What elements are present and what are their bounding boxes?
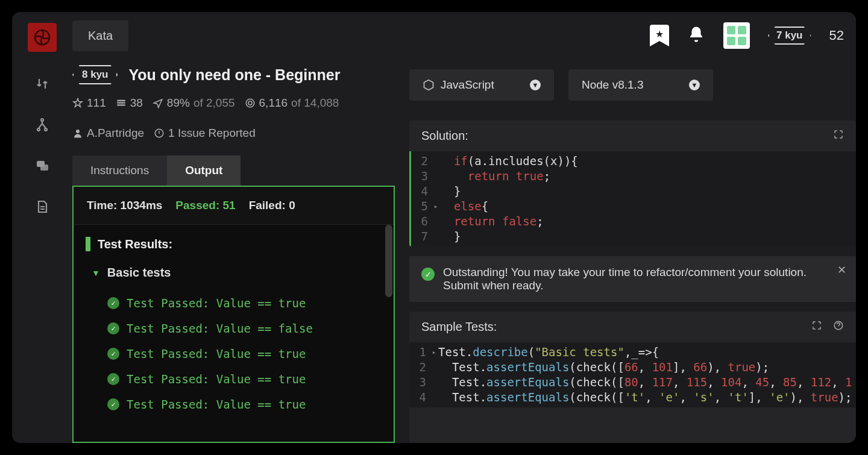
tab-instructions[interactable]: Instructions (72, 155, 167, 186)
chat-icon[interactable] (33, 157, 51, 175)
passed-stat: Passed: 51 (175, 199, 235, 212)
topbar: Kata ★ 7 kyu 52 (72, 12, 856, 59)
test-group-toggle[interactable]: Basic tests (86, 266, 382, 280)
runtime-select[interactable]: Node v8.1.3 ▼ (568, 69, 713, 101)
honor-points: 52 (829, 28, 844, 43)
test-result-line: ✓Test Passed: Value == true (86, 392, 382, 417)
expand-icon[interactable] (833, 129, 844, 143)
language-select[interactable]: JavaScript ▼ (409, 69, 554, 101)
svg-point-10 (248, 101, 252, 105)
test-result-line: ✓Test Passed: Value == false (86, 316, 382, 341)
svg-rect-6 (117, 100, 125, 101)
success-notice: ✓ Outstanding! You may take your time to… (409, 256, 856, 302)
expand-icon[interactable] (811, 320, 822, 334)
check-icon: ✓ (107, 348, 119, 360)
code-line: 5▸ else{ (411, 199, 856, 214)
compare-icon[interactable] (33, 75, 51, 93)
sidebar (12, 12, 72, 443)
document-icon[interactable] (33, 198, 51, 216)
time-stat: Time: 1034ms (87, 199, 162, 212)
check-icon: ✓ (107, 322, 119, 334)
author-link[interactable]: A.Partridge (72, 123, 144, 143)
issues-link[interactable]: 1 Issue Reported (154, 123, 256, 143)
kata-rank-badge: 8 kyu (72, 65, 118, 84)
bookmark-icon[interactable]: ★ (650, 25, 669, 46)
test-results-header: Test Results: (86, 237, 382, 251)
test-result-line: ✓Test Passed: Value == true (86, 366, 382, 392)
svg-point-11 (76, 130, 80, 133)
sample-editor[interactable]: 1▸Test.describe("Basic tests",_=>{2 Test… (409, 342, 856, 407)
section-label[interactable]: Kata (72, 20, 128, 51)
code-line: 6 return false; (411, 214, 856, 229)
check-icon: ✓ (107, 373, 119, 385)
kata-title: You only need one - Beginner (128, 66, 340, 84)
test-result-line: ✓Test Passed: Value == true (86, 341, 382, 366)
solution-header: Solution: (421, 129, 468, 143)
svg-point-3 (45, 128, 47, 131)
user-rank-badge: 7 kyu (768, 27, 811, 45)
code-line: 3 Test.assertEquals(check([80, 117, 115,… (409, 375, 856, 390)
close-icon[interactable]: ✕ (837, 263, 846, 277)
logo-icon[interactable] (28, 23, 57, 52)
output-panel: Time: 1034ms Passed: 51 Failed: 0 Test R… (72, 186, 395, 443)
sample-header: Sample Tests: (421, 320, 497, 334)
code-line: 4 Test.assertEquals(check(['t', 'e', 's'… (409, 390, 856, 405)
git-branch-icon[interactable] (33, 116, 51, 134)
chevron-down-icon: ▼ (689, 80, 700, 90)
tab-output[interactable]: Output (167, 155, 241, 186)
check-circle-icon: ✓ (421, 268, 435, 281)
check-icon: ✓ (107, 398, 119, 410)
satisfaction-stat[interactable]: 89% of 2,055 (153, 93, 235, 113)
tabs: Instructions Output (72, 155, 395, 186)
code-line: 4 } (411, 184, 856, 199)
code-line: 7 } (411, 229, 856, 244)
code-line: 2 Test.assertEquals(check([66, 101], 66)… (409, 360, 856, 375)
svg-rect-5 (40, 165, 48, 171)
code-line: 3 return true; (411, 169, 856, 184)
stars-stat[interactable]: 111 (72, 93, 106, 113)
failed-stat: Failed: 0 (249, 199, 295, 212)
bell-icon[interactable] (687, 25, 705, 46)
svg-rect-7 (117, 102, 125, 104)
chevron-down-icon: ▼ (530, 80, 541, 90)
test-result-line: ✓Test Passed: Value == true (86, 290, 382, 316)
solution-panel: Solution: 2 if(a.includes(x)){3 return t… (409, 121, 856, 246)
avatar[interactable] (723, 22, 750, 49)
help-icon[interactable] (833, 320, 844, 334)
kata-header: 8 kyu You only need one - Beginner 111 3… (72, 59, 395, 155)
check-icon: ✓ (107, 297, 119, 309)
svg-point-9 (246, 99, 254, 107)
svg-point-1 (41, 119, 43, 121)
collections-stat[interactable]: 38 (116, 93, 143, 113)
svg-point-2 (37, 128, 40, 131)
completed-stat[interactable]: 6,116 of 14,088 (245, 93, 339, 113)
notice-text: Outstanding! You may take your time to r… (443, 266, 844, 292)
code-line: 2 if(a.includes(x)){ (411, 154, 856, 169)
svg-rect-8 (117, 104, 125, 105)
sample-tests-panel: Sample Tests: 1▸Test.describe("Basic tes… (409, 312, 856, 443)
solution-editor[interactable]: 2 if(a.includes(x)){3 return true;4 }5▸ … (409, 151, 856, 246)
code-line: 1▸Test.describe("Basic tests",_=>{ (409, 345, 856, 360)
